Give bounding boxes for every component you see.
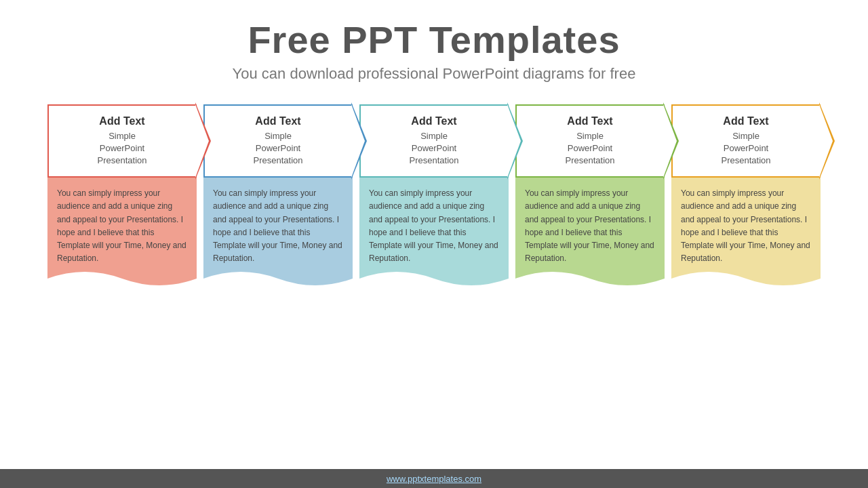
arrow-title-1: Add Text — [99, 115, 144, 127]
arrow-subtitle-4: Simple PowerPoint Presentation — [566, 130, 615, 167]
wave-decoration-1 — [47, 265, 197, 292]
arrow-header-5: Add TextSimple PowerPoint Presentation — [671, 104, 821, 178]
content-area: Add TextSimple PowerPoint PresentationYo… — [0, 104, 868, 293]
footer-link[interactable]: www.pptxtemplates.com — [387, 474, 481, 484]
arrow-subtitle-5: Simple PowerPoint Presentation — [722, 130, 771, 167]
body-text-4: You can simply impress your audience and… — [515, 178, 665, 265]
body-text-3: You can simply impress your audience and… — [359, 178, 509, 265]
page-wrapper: Free PPT Templates You can download prof… — [0, 0, 868, 488]
column-4: Add TextSimple PowerPoint PresentationYo… — [515, 104, 665, 293]
column-2: Add TextSimple PowerPoint PresentationYo… — [203, 104, 353, 293]
column-1: Add TextSimple PowerPoint PresentationYo… — [47, 104, 197, 293]
column-3: Add TextSimple PowerPoint PresentationYo… — [359, 104, 509, 293]
body-text-1: You can simply impress your audience and… — [47, 178, 197, 265]
footer-bar: www.pptxtemplates.com — [0, 469, 868, 488]
arrow-subtitle-1: Simple PowerPoint Presentation — [98, 130, 147, 167]
arrow-title-5: Add Text — [723, 115, 768, 127]
arrow-subtitle-3: Simple PowerPoint Presentation — [410, 130, 459, 167]
main-title: Free PPT Templates — [233, 19, 636, 61]
arrow-subtitle-2: Simple PowerPoint Presentation — [254, 130, 303, 167]
header: Free PPT Templates You can download prof… — [233, 0, 636, 83]
body-text-5: You can simply impress your audience and… — [671, 178, 821, 265]
wave-decoration-5 — [671, 265, 821, 292]
arrow-header-1: Add TextSimple PowerPoint Presentation — [47, 104, 197, 178]
body-text-2: You can simply impress your audience and… — [203, 178, 353, 265]
wave-decoration-2 — [203, 265, 353, 292]
arrow-header-4: Add TextSimple PowerPoint Presentation — [515, 104, 665, 178]
wave-decoration-4 — [515, 265, 665, 292]
arrow-header-2: Add TextSimple PowerPoint Presentation — [203, 104, 353, 178]
arrow-title-2: Add Text — [255, 115, 300, 127]
subtitle: You can download professional PowerPoint… — [233, 65, 636, 83]
arrow-title-4: Add Text — [567, 115, 612, 127]
arrow-header-3: Add TextSimple PowerPoint Presentation — [359, 104, 509, 178]
wave-decoration-3 — [359, 265, 509, 292]
arrow-title-3: Add Text — [411, 115, 456, 127]
column-5: Add TextSimple PowerPoint PresentationYo… — [671, 104, 821, 293]
